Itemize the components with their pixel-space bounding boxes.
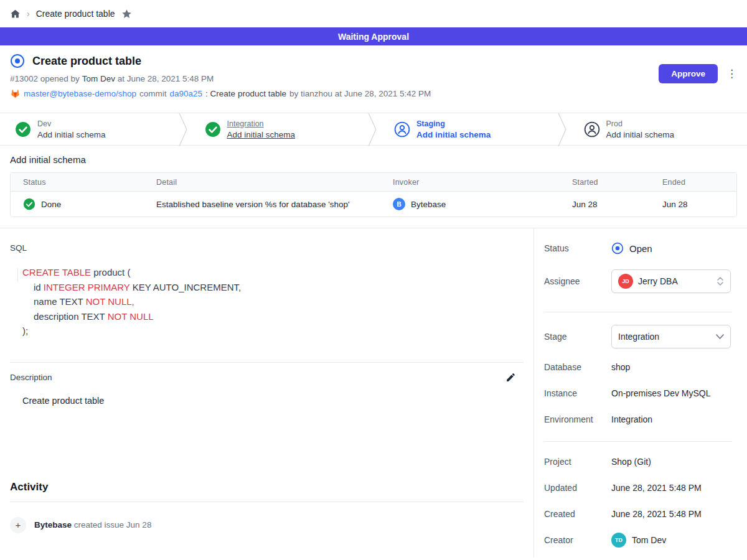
stage-name: Prod <box>606 119 675 129</box>
stage-integration[interactable]: Integration Add initial schema <box>190 113 369 145</box>
stage-task: Add initial schema <box>227 129 296 140</box>
instance-value[interactable]: On-premises Dev MySQL <box>611 388 732 398</box>
commit-line: master@bytebase-demo/shop commit da90a25… <box>10 88 737 98</box>
open-status-icon <box>611 242 624 254</box>
creator-label: Creator <box>544 535 611 545</box>
creator-value: Tom Dev <box>632 535 666 545</box>
sql-line: CREATE TABLE product ( <box>22 265 524 280</box>
description-text[interactable]: Create product table <box>22 396 524 406</box>
stage-task: Add initial schema <box>606 129 675 140</box>
stage-task: Add initial schema <box>416 129 491 140</box>
issue-open-icon <box>10 54 25 68</box>
updated-value: June 28, 2021 5:48 PM <box>611 483 732 493</box>
edit-pencil-icon[interactable] <box>505 372 516 383</box>
person-circle-icon <box>584 121 600 138</box>
issue-header: Create product table Approve ⋮ #13002 op… <box>0 45 747 113</box>
status-label: Status <box>544 243 611 253</box>
col-invoker: Invoker <box>393 178 572 187</box>
stage-separator <box>368 113 379 146</box>
task-invoker: Bytebase <box>411 200 446 209</box>
environment-label: Environment <box>544 414 611 424</box>
assignee-avatar: JD <box>618 274 633 289</box>
created-value: June 28, 2021 5:48 PM <box>611 509 732 519</box>
database-label: Database <box>544 362 611 372</box>
gitlab-icon <box>10 88 21 98</box>
creator-avatar: TD <box>611 533 626 548</box>
branch-repo-link[interactable]: master@bytebase-demo/shop <box>24 89 136 98</box>
sql-line: name TEXT NOT NULL, <box>22 294 524 309</box>
database-value[interactable]: shop <box>611 362 732 372</box>
breadcrumb-page-title[interactable]: Create product table <box>36 9 115 19</box>
issue-id: #13002 opened by <box>10 74 80 83</box>
environment-value: Integration <box>611 414 732 424</box>
assignee-value: Jerry DBA <box>638 276 712 286</box>
person-circle-icon <box>394 121 410 138</box>
status-banner: Waiting Approval <box>0 27 747 45</box>
col-detail: Detail <box>156 178 393 187</box>
stage-name: Staging <box>416 119 491 129</box>
breadcrumb: › Create product table <box>0 0 747 27</box>
activity-action: created issue Jun 28 <box>74 520 152 530</box>
status-value: Open <box>629 243 652 254</box>
activity-actor: Bytebase <box>34 520 72 530</box>
check-circle-icon <box>205 121 221 138</box>
commit-word: commit <box>139 89 167 98</box>
activity-heading: Activity <box>10 481 524 493</box>
plus-icon: + <box>10 517 26 533</box>
sidebar-divider <box>544 441 732 442</box>
status-banner-text: Waiting Approval <box>338 32 409 42</box>
sql-code-block: CREATE TABLE product ( id INTEGER PRIMAR… <box>22 265 524 338</box>
task-started: Jun 28 <box>572 200 662 209</box>
stage-prod[interactable]: Prod Add initial schema <box>569 113 747 145</box>
commit-byline: by tianzhou at June 28, 2021 5:42 PM <box>289 89 431 98</box>
task-table-header: Status Detail Invoker Started Ended <box>11 173 736 192</box>
chevron-down-icon <box>716 334 724 339</box>
task-status: Done <box>41 200 61 209</box>
updated-label: Updated <box>544 483 611 493</box>
pipeline-stages: Dev Add initial schema Integration Add i… <box>0 113 747 146</box>
star-icon[interactable] <box>121 9 132 19</box>
stage-name: Dev <box>37 119 106 129</box>
stage-staging[interactable]: Staging Add initial schema <box>379 113 558 145</box>
stage-task: Add initial schema <box>37 129 106 140</box>
table-row[interactable]: Done Established baseline version %s for… <box>11 192 736 217</box>
stage-label: Stage <box>544 332 611 342</box>
check-circle-icon <box>15 121 31 138</box>
sidebar-divider <box>544 312 732 312</box>
activity-item: + Bytebase created issue Jun 28 <box>10 517 524 533</box>
commit-hash-link[interactable]: da90a25 <box>170 89 203 98</box>
check-circle-icon <box>23 198 35 210</box>
task-table: Status Detail Invoker Started Ended Done… <box>10 172 737 217</box>
sql-line: description TEXT NOT NULL <box>22 309 524 324</box>
stage-dev[interactable]: Dev Add initial schema <box>0 113 179 145</box>
instance-label: Instance <box>544 388 611 398</box>
breadcrumb-separator-icon: › <box>27 9 30 19</box>
main-content: SQL CREATE TABLE product ( id INTEGER PR… <box>0 228 534 558</box>
sql-line: ); <box>22 324 524 338</box>
more-actions-icon[interactable]: ⋮ <box>726 68 737 79</box>
col-status: Status <box>11 178 156 187</box>
approve-button[interactable]: Approve <box>659 64 718 83</box>
stage-separator <box>558 113 569 146</box>
assignee-select[interactable]: JD Jerry DBA <box>611 269 731 293</box>
commit-message: : Create product table <box>205 89 286 98</box>
issue-meta: #13002 opened by Tom Dev at June 28, 202… <box>10 74 737 83</box>
stage-select[interactable]: Integration <box>611 325 731 348</box>
task-section-heading: Add initial schema <box>0 146 747 172</box>
task-ended: Jun 28 <box>662 200 736 209</box>
activity-timeline-line <box>17 268 18 282</box>
stage-separator <box>179 113 190 146</box>
invoker-avatar: B <box>393 198 405 210</box>
description-label: Description <box>10 373 52 382</box>
sql-label: SQL <box>10 243 524 253</box>
col-ended: Ended <box>662 178 736 187</box>
col-started: Started <box>572 178 662 187</box>
home-icon[interactable] <box>10 9 21 19</box>
assignee-label: Assignee <box>544 276 611 286</box>
issue-open-time: at June 28, 2021 5:48 PM <box>118 74 214 83</box>
activity-divider <box>10 502 524 502</box>
issue-sidebar: Status Open Assignee JD Jerry DBA Stage <box>534 228 747 558</box>
page-title: Create product table <box>32 55 141 68</box>
project-label: Project <box>544 457 611 467</box>
project-value[interactable]: Shop (Git) <box>611 457 732 467</box>
